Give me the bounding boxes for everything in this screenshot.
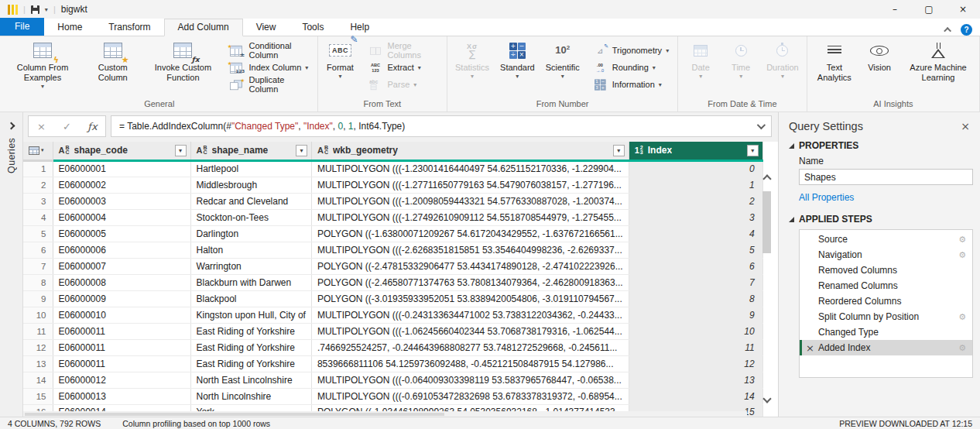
standard-button[interactable]: +−÷×Standard▾ xyxy=(495,36,540,98)
formula-fx-icon[interactable]: ƒx xyxy=(80,121,105,132)
cell-shape-code[interactable]: E06000003 xyxy=(53,193,190,209)
tab-file[interactable]: File xyxy=(0,18,44,36)
custom-column-button[interactable]: ★Custom Column xyxy=(81,36,144,98)
conditional-column-button[interactable]: ★±Conditional Column xyxy=(224,43,311,58)
status-profiling[interactable]: Column profiling based on top 1000 rows xyxy=(122,419,270,428)
cell-wkb-geometry[interactable]: POLYGON ((-2.47815332906477 53.443417489… xyxy=(311,258,629,274)
scroll-down-icon[interactable] xyxy=(762,394,771,403)
horizontal-scroll-thumb[interactable] xyxy=(25,413,444,416)
step-delete-icon[interactable]: × xyxy=(806,343,814,353)
cell-shape-code[interactable]: E06000009 xyxy=(53,290,190,307)
cell-shape-code[interactable]: E06000002 xyxy=(53,177,190,193)
column-header-wkb-geometry[interactable]: ABCwkb_geometry▾ xyxy=(311,142,629,160)
merge-columns-button[interactable]: Merge Columns xyxy=(364,43,442,58)
save-icon[interactable] xyxy=(31,5,39,14)
row-number[interactable]: 10 xyxy=(23,307,53,323)
vertical-scrollbar[interactable] xyxy=(761,174,773,403)
all-properties-link[interactable]: All Properties xyxy=(799,192,970,203)
row-number[interactable]: 9 xyxy=(23,290,53,307)
cell-wkb-geometry[interactable]: MULTIPOLYGON (((-0.064009303398119 53.58… xyxy=(311,372,629,388)
rounding-button[interactable]: .00→.0Rounding▾ xyxy=(588,60,672,75)
cell-shape-name[interactable]: Warrington xyxy=(190,258,311,274)
cell-shape-code[interactable]: E06000010 xyxy=(53,307,190,323)
scientific-button[interactable]: 102Scientific▾ xyxy=(540,36,585,98)
properties-section-header[interactable]: PROPERTIES xyxy=(789,140,970,151)
cell-shape-name[interactable]: Blackburn with Darwen xyxy=(190,274,311,290)
azure-machine-learning-button[interactable]: Azure Machine Learning xyxy=(899,36,977,98)
applied-steps-section-header[interactable]: APPLIED STEPS xyxy=(789,214,970,225)
cell-shape-name[interactable]: Halton xyxy=(190,242,311,258)
cell-index[interactable]: 2 xyxy=(629,193,762,209)
column-header-index[interactable]: 123Index▾ xyxy=(629,142,762,160)
cell-wkb-geometry[interactable]: MULTIPOLYGON (((-0.243133634471002 53.73… xyxy=(311,307,629,323)
cell-index[interactable]: 5 xyxy=(629,242,762,258)
cell-shape-code[interactable]: E06000011 xyxy=(53,339,190,355)
tab-add-column[interactable]: Add Column xyxy=(164,19,243,36)
step-navigation[interactable]: Navigation⚙ xyxy=(800,247,972,263)
cell-shape-code[interactable]: E06000011 xyxy=(53,355,190,372)
cell-index[interactable]: 14 xyxy=(629,388,762,404)
text-analytics-button[interactable]: Text Analytics xyxy=(810,36,859,98)
cell-wkb-geometry[interactable]: 8539666811106 54.1259736092488, -0.45212… xyxy=(311,355,629,372)
cell-index[interactable]: 11 xyxy=(629,339,762,355)
vertical-scroll-thumb[interactable] xyxy=(762,191,771,253)
column-header-shape-name[interactable]: ABCshape_name▾ xyxy=(190,142,311,160)
cell-shape-code[interactable]: E06000001 xyxy=(53,160,190,177)
tab-transform[interactable]: Transform xyxy=(95,19,163,36)
ribbon-collapse-icon[interactable] xyxy=(944,27,951,35)
window-close-button[interactable]: × xyxy=(946,0,980,19)
duplicate-column-button[interactable]: ★Duplicate Column xyxy=(224,77,311,92)
row-number[interactable]: 1 xyxy=(23,160,53,177)
index-column-button[interactable]: ★123Index Column▾ xyxy=(224,60,311,75)
invoke-custom-function-button[interactable]: ƒxInvoke Custom Function xyxy=(144,36,221,98)
cell-wkb-geometry[interactable]: POLYGON ((-1.63800071209267 54.617204342… xyxy=(311,225,629,242)
cell-shape-name[interactable]: East Riding of Yorkshire xyxy=(190,339,311,355)
step-settings-gear-icon[interactable]: ⚙ xyxy=(958,250,966,260)
cell-index[interactable]: 6 xyxy=(629,258,762,274)
select-all-button[interactable]: ▾ xyxy=(23,142,53,160)
cell-index[interactable]: 9 xyxy=(629,307,762,323)
cell-wkb-geometry[interactable]: MULTIPOLYGON (((-0.691053472832698 53.67… xyxy=(311,388,629,404)
cell-shape-code[interactable]: E06000011 xyxy=(53,323,190,339)
tab-tools[interactable]: Tools xyxy=(289,19,337,36)
cell-index[interactable]: 4 xyxy=(629,225,762,242)
cell-shape-name[interactable]: East Riding of Yorkshire xyxy=(190,323,311,339)
cell-shape-code[interactable]: E06000012 xyxy=(53,372,190,388)
row-number[interactable]: 7 xyxy=(23,258,53,274)
column-header-shape-code[interactable]: ABCshape_code▾ xyxy=(53,142,190,160)
cell-wkb-geometry[interactable]: MULTIPOLYGON (((-1.27492610909112 54.551… xyxy=(311,209,629,225)
step-added-index[interactable]: ×Added Index⚙ xyxy=(800,340,972,355)
filter-button[interactable]: ▾ xyxy=(613,145,625,156)
cell-shape-code[interactable]: E06000006 xyxy=(53,242,190,258)
tab-home[interactable]: Home xyxy=(44,19,95,36)
cell-index[interactable]: 0 xyxy=(629,160,762,177)
filter-button[interactable]: ▾ xyxy=(296,145,307,156)
step-split-column-by-position[interactable]: Split Column by Position⚙ xyxy=(800,309,972,324)
help-icon[interactable]: ? xyxy=(961,24,972,36)
cell-shape-name[interactable]: Darlington xyxy=(190,225,311,242)
vision-button[interactable]: Vision xyxy=(859,36,899,98)
cell-wkb-geometry[interactable]: MULTIPOLYGON (((-1.27711650779163 54.547… xyxy=(311,177,629,193)
cell-index[interactable]: 13 xyxy=(629,372,762,388)
cell-wkb-geometry[interactable]: POLYGON ((-3.01935933952051 53.838942005… xyxy=(311,290,629,307)
parse-button[interactable]: abcParse▾ xyxy=(364,77,442,92)
row-number[interactable]: 13 xyxy=(23,355,53,372)
row-number[interactable]: 5 xyxy=(23,225,53,242)
cell-shape-code[interactable]: E06000013 xyxy=(53,388,190,404)
cell-index[interactable]: 10 xyxy=(629,323,762,339)
cell-shape-name[interactable]: Redcar and Cleveland xyxy=(190,193,311,209)
row-number[interactable]: 11 xyxy=(23,323,53,339)
quick-access-caret-icon[interactable]: ▾ xyxy=(45,6,48,13)
time-button[interactable]: Time▾ xyxy=(721,36,761,98)
cell-wkb-geometry[interactable]: MULTIPOLYGON (((-1.23001416440497 54.625… xyxy=(311,160,629,177)
row-number[interactable]: 8 xyxy=(23,274,53,290)
cell-shape-name[interactable]: North East Lincolnshire xyxy=(190,372,311,388)
cell-shape-name[interactable]: East Riding of Yorkshire xyxy=(190,355,311,372)
cell-shape-code[interactable]: E06000005 xyxy=(53,225,190,242)
column-from-examples-button[interactable]: ϟColumn From Examples▾ xyxy=(4,36,81,98)
cell-shape-code[interactable]: E06000007 xyxy=(53,258,190,274)
step-removed-columns[interactable]: Removed Columns xyxy=(800,263,972,278)
cell-wkb-geometry[interactable]: MULTIPOLYGON (((-1.20098059443321 54.577… xyxy=(311,193,629,209)
row-number[interactable]: 14 xyxy=(23,372,53,388)
window-minimize-button[interactable]: – xyxy=(878,0,912,19)
